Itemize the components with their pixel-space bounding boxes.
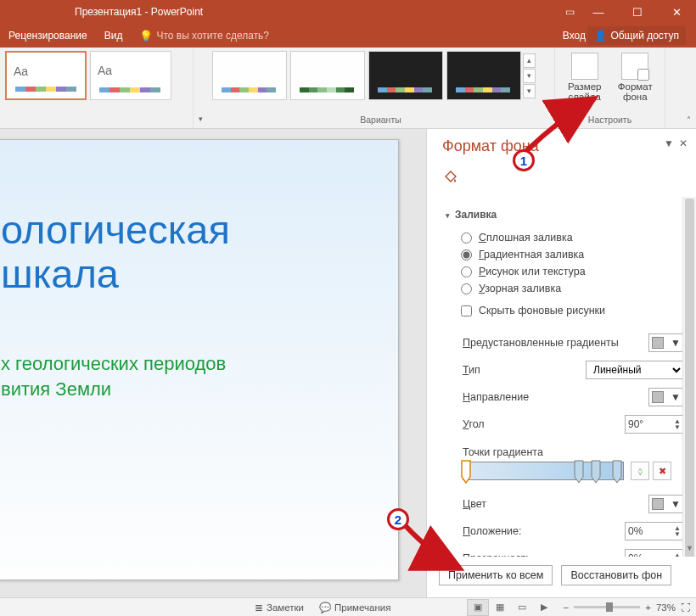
gradient-type-select[interactable]: Линейный (586, 361, 684, 379)
slide-editor[interactable]: ологическаяшкала х геологических периодо… (0, 129, 426, 597)
variant-thumb[interactable] (446, 51, 521, 100)
gradient-stop[interactable] (461, 460, 471, 484)
share-icon: 👤 (594, 30, 607, 42)
normal-view-button[interactable]: ▣ (467, 599, 489, 616)
tab-view[interactable]: Вид (96, 24, 132, 48)
gradient-stop[interactable] (574, 460, 584, 484)
gradient-stop[interactable] (591, 460, 601, 484)
comments-icon: 💬 (319, 602, 331, 613)
window-controls: ― ☐ ✕ (579, 0, 696, 24)
radio-picture-fill[interactable]: Рисунок или текстура (446, 263, 684, 280)
zoom-slider[interactable] (574, 606, 640, 608)
gradient-angle-label: Угол (463, 418, 485, 430)
zoom-control[interactable]: − + 73% ⛶ (564, 602, 691, 613)
gradient-angle-input[interactable]: 90°▲▼ (625, 415, 684, 434)
theme-thumb[interactable]: Aa (5, 51, 87, 100)
format-background-icon (621, 53, 648, 80)
variant-thumb[interactable] (290, 51, 365, 100)
customize-label: Настроить (560, 115, 660, 126)
zoom-value[interactable]: 73% (656, 602, 676, 613)
title-bar: Презентация1 - PowerPoint ▭ ― ☐ ✕ (0, 0, 696, 24)
slide-canvas[interactable]: ологическаяшкала х геологических периодо… (0, 139, 399, 580)
preset-gradients-dropdown[interactable]: ▼ (648, 333, 684, 352)
themes-group: Aa Aa (0, 48, 194, 128)
share-label: Общий доступ (610, 30, 679, 42)
gradient-transparency-input[interactable]: 0%▲▼ (625, 549, 684, 557)
format-background-label: Формат фона (611, 81, 660, 102)
ribbon-tabs: Рецензирование Вид 💡 Что вы хотите сдела… (0, 24, 696, 48)
radio-gradient-fill[interactable]: Градиентная заливка (446, 246, 684, 263)
gradient-stop[interactable] (612, 460, 622, 484)
notes-button[interactable]: ≣Заметки (255, 602, 304, 613)
fill-section-header[interactable]: Заливка (446, 202, 684, 229)
reading-view-button[interactable]: ▭ (511, 599, 533, 616)
gradient-stops-bar[interactable] (463, 462, 624, 480)
tab-review[interactable]: Рецензирование (0, 24, 96, 48)
slide-subtitle[interactable]: х геологических периодоввития Земли (1, 351, 398, 401)
slideshow-view-button[interactable]: ▶ (533, 599, 555, 616)
collapse-ribbon-button[interactable]: ˄ (687, 115, 691, 125)
pane-footer: Применить ко всем Восстановить фон (427, 557, 696, 597)
gradient-type-label: Тип (463, 364, 480, 376)
format-background-pane: Формат фона ▼ ✕ Заливка Сплошная заливка… (426, 129, 696, 597)
sorter-view-button[interactable]: ▦ (489, 599, 511, 616)
variant-thumb[interactable] (212, 51, 287, 100)
preset-gradients-label: Предустановленные градиенты (463, 337, 619, 349)
apply-to-all-button[interactable]: Применить ко всем (439, 565, 553, 585)
zoom-out-button[interactable]: − (564, 602, 570, 613)
share-button[interactable]: 👤 Общий доступ (587, 26, 686, 45)
bulb-icon: 💡 (139, 30, 153, 42)
sign-in-link[interactable]: Вход (563, 30, 586, 42)
gradient-stops-label: Точки градиента (446, 438, 684, 462)
reset-background-button[interactable]: Восстановить фон (561, 565, 671, 585)
theme-thumb[interactable]: Aa (90, 51, 171, 100)
variants-label: Варианты (212, 115, 549, 126)
pane-body: Заливка Сплошная заливка Градиентная зал… (427, 197, 696, 557)
customize-group: Размер слайда Формат фона Настроить (555, 48, 665, 128)
gradient-color-label: Цвет (463, 498, 486, 510)
variants-scroll[interactable]: ▴▾▾ (523, 51, 536, 100)
fit-to-window-button[interactable]: ⛶ (681, 602, 691, 613)
themes-more-button[interactable]: ▾ (194, 48, 207, 128)
fill-tab-icon[interactable] (427, 165, 696, 197)
gradient-position-input[interactable]: 0%▲▼ (625, 522, 684, 540)
status-bar: ≣Заметки 💬Примечания ▣ ▦ ▭ ▶ − + 73% ⛶ (0, 597, 696, 616)
format-background-button[interactable]: Формат фона (611, 51, 660, 102)
zoom-in-button[interactable]: + (645, 602, 651, 613)
notes-icon: ≣ (255, 602, 263, 613)
variant-thumb[interactable] (368, 51, 443, 100)
view-buttons: ▣ ▦ ▭ ▶ (467, 599, 555, 616)
pane-close-button[interactable]: ✕ (679, 137, 688, 149)
pane-title: Формат фона (442, 137, 539, 155)
comments-button[interactable]: 💬Примечания (319, 602, 390, 613)
add-gradient-stop-button[interactable]: ⎀ (631, 462, 649, 480)
theme-aa: Aa (98, 64, 112, 77)
tell-me-placeholder: Что вы хотите сделать? (156, 30, 269, 42)
main-area: ологическаяшкала х геологических периодо… (0, 129, 696, 597)
slide-title[interactable]: ологическаяшкала (1, 208, 398, 295)
maximize-button[interactable]: ☐ (618, 0, 657, 24)
variants-group: ▴▾▾ Варианты (207, 48, 555, 128)
slide-size-icon (571, 53, 598, 80)
remove-gradient-stop-button[interactable]: ✖ (653, 462, 671, 480)
pane-options-button[interactable]: ▼ (664, 137, 674, 149)
radio-pattern-fill[interactable]: Узорная заливка (446, 280, 684, 297)
pane-scrollbar[interactable]: ▲▼ (682, 197, 696, 557)
close-button[interactable]: ✕ (657, 0, 696, 24)
gradient-position-label: Положение: (463, 525, 522, 537)
theme-aa: Aa (14, 64, 28, 78)
checkbox-hide-bg-graphics[interactable]: Скрыть фоновые рисунки (446, 302, 684, 319)
slide-size-button[interactable]: Размер слайда (560, 51, 609, 102)
radio-solid-fill[interactable]: Сплошная заливка (446, 229, 684, 246)
gradient-transparency-label: Прозрачность (463, 552, 531, 557)
gradient-direction-label: Направление (463, 391, 529, 403)
gradient-color-dropdown[interactable]: ▼ (648, 495, 684, 513)
slide-size-label: Размер слайда (560, 81, 609, 102)
tell-me-search[interactable]: 💡 Что вы хотите сделать? (131, 24, 278, 48)
minimize-button[interactable]: ― (579, 0, 618, 24)
window-title: Презентация1 - PowerPoint (75, 6, 203, 18)
ribbon: Aa Aa ▾ ▴▾▾ Варианты (0, 48, 696, 129)
gradient-direction-dropdown[interactable]: ▼ (648, 388, 684, 406)
